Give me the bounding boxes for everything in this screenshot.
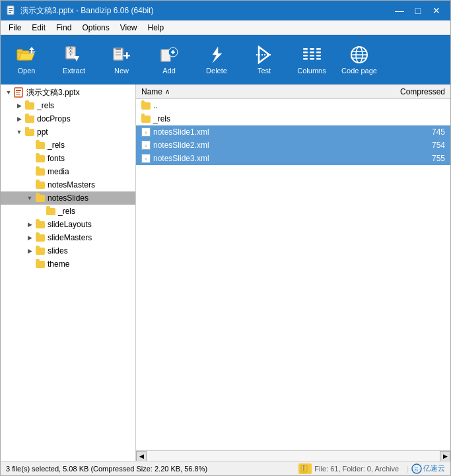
tree-root-label: 演示文稿3.pptx	[26, 87, 80, 98]
tree-item-fonts[interactable]: ▶ fonts	[1, 152, 135, 165]
pptx-icon	[14, 87, 24, 98]
delete-button[interactable]: Delete	[193, 38, 240, 83]
file-row-rels-name: _rels	[136, 114, 384, 123]
tree-label-ppt-rels: _rels	[48, 141, 65, 150]
scroll-left-arrow[interactable]: ◀	[136, 451, 147, 461]
add-icon	[158, 46, 180, 64]
folder-icon-rels	[24, 100, 35, 111]
new-icon	[111, 46, 132, 64]
open-label: Open	[18, 67, 36, 75]
folder-icon-rels-file	[141, 116, 151, 123]
tree-label-ppt: ppt	[37, 127, 48, 137]
codepage-button[interactable]: Code page	[336, 38, 382, 83]
tree-toggle-fonts: ▶	[24, 153, 35, 164]
test-button[interactable]: Test	[241, 38, 287, 83]
tree-item-notesslides[interactable]: ▼ notesSlides	[1, 191, 135, 205]
tree-item-theme[interactable]: ▶ theme	[1, 257, 135, 271]
tree-item-slidemasters[interactable]: ▶ slideMasters	[1, 231, 135, 244]
tree-label-slidelayouts: slideLayouts	[48, 220, 92, 229]
file-header: Name ∧ Compressed	[136, 85, 450, 99]
main-window: 演示文稿3.pptx - Bandizip 6.06 (64bit) — □ ✕…	[0, 0, 451, 476]
columns-icon	[301, 46, 322, 64]
menu-find[interactable]: Find	[51, 22, 77, 34]
svg-marker-29	[213, 47, 222, 63]
svg-rect-35	[303, 58, 308, 60]
tree-toggle-slidelayouts: ▶	[24, 219, 35, 230]
folder-icon-notesmasters	[35, 180, 46, 190]
open-button[interactable]: Open	[3, 38, 50, 83]
svg-rect-51	[16, 92, 20, 93]
svg-rect-9	[31, 50, 32, 53]
window-controls: — □ ✕	[391, 3, 445, 18]
menu-file[interactable]: File	[3, 22, 26, 34]
tree-root: ▼ 演示文稿3.pptx ▶ _rels	[1, 85, 135, 272]
folder-icon-media	[35, 166, 46, 177]
columns-button[interactable]: Columns	[289, 38, 335, 83]
tree-label-fonts: fonts	[48, 154, 65, 163]
svg-rect-56	[303, 469, 304, 471]
tree-toggle-slides: ▶	[24, 246, 35, 256]
xml-icon-file3: x	[141, 154, 151, 163]
tree-item-rels-root[interactable]: ▶ _rels	[1, 99, 135, 112]
file-row-dotdot[interactable]: ..	[136, 99, 450, 112]
menu-options[interactable]: Options	[77, 22, 114, 34]
tree-label-theme: theme	[48, 259, 69, 269]
app-icon	[6, 5, 17, 16]
svg-rect-21	[116, 51, 121, 53]
svg-rect-16	[69, 51, 70, 53]
file-scrollbar: ◀ ▶	[136, 450, 450, 461]
tree-label-rels-root: _rels	[37, 101, 54, 110]
close-button[interactable]: ✕	[428, 3, 445, 18]
delete-label: Delete	[206, 67, 227, 75]
scroll-track[interactable]	[147, 451, 440, 461]
svg-rect-17	[71, 51, 73, 53]
file-row-rels[interactable]: _rels	[136, 112, 450, 125]
menu-help[interactable]: Help	[143, 22, 170, 34]
svg-rect-20	[116, 48, 121, 50]
menu-view[interactable]: View	[115, 22, 143, 34]
svg-rect-43	[316, 58, 321, 60]
tree-root-file[interactable]: ▼ 演示文稿3.pptx	[1, 86, 135, 99]
tree-item-slides[interactable]: ▶ slides	[1, 244, 135, 257]
tree-item-notesslides-rels[interactable]: ▶ _rels	[1, 205, 135, 218]
tree-item-ppt-rels[interactable]: ▶ _rels	[1, 139, 135, 152]
file-row-file2[interactable]: x notesSlide2.xml 754	[136, 139, 450, 152]
minimize-button[interactable]: —	[391, 3, 408, 18]
file-row-file1[interactable]: x notesSlide1.xml 745	[136, 125, 450, 139]
tree-item-docprops[interactable]: ▶ docProps	[1, 112, 135, 125]
menu-edit[interactable]: Edit	[26, 22, 51, 34]
tree-panel: ▼ 演示文稿3.pptx ▶ _rels	[1, 85, 136, 461]
extract-label: Extract	[63, 67, 85, 75]
svg-rect-41	[316, 51, 321, 53]
file-row-dotdot-name: ..	[136, 101, 384, 110]
tree-toggle-ppt-rels: ▶	[24, 140, 35, 151]
tree-toggle-notesslides: ▼	[24, 193, 35, 203]
maximize-button[interactable]: □	[409, 3, 427, 18]
col-compressed-header[interactable]: Compressed	[384, 87, 450, 96]
file-row-file2-name: x notesSlide2.xml	[136, 141, 384, 150]
svg-rect-13	[70, 53, 71, 55]
file-row-file3[interactable]: x notesSlide3.xml 755	[136, 152, 450, 165]
tree-item-ppt[interactable]: ▼ ppt	[1, 125, 135, 139]
scroll-right-arrow[interactable]: ▶	[440, 451, 450, 461]
col-name-header[interactable]: Name ∧	[136, 87, 384, 96]
open-icon	[16, 46, 37, 64]
tree-item-notesmasters[interactable]: ▶ notesMasters	[1, 178, 135, 191]
svg-rect-15	[71, 48, 73, 50]
folder-icon-fonts	[35, 153, 46, 164]
svg-rect-36	[310, 48, 314, 50]
tree-item-slidelayouts[interactable]: ▶ slideLayouts	[1, 218, 135, 231]
svg-rect-37	[310, 51, 314, 53]
folder-icon-slidelayouts	[35, 219, 46, 230]
folder-icon-theme	[35, 259, 46, 269]
codepage-label: Code page	[341, 67, 377, 75]
add-button[interactable]: Add	[146, 38, 192, 83]
tree-item-media[interactable]: ▶ media	[1, 165, 135, 178]
new-button[interactable]: New	[98, 38, 145, 83]
extract-button[interactable]: Extract	[51, 38, 97, 83]
codepage-icon	[349, 46, 370, 64]
svg-rect-50	[16, 90, 21, 91]
svg-rect-33	[303, 51, 308, 53]
svg-rect-52	[16, 94, 20, 95]
status-text: 3 file(s) selected, 5.08 KB (Compressed …	[6, 465, 296, 473]
